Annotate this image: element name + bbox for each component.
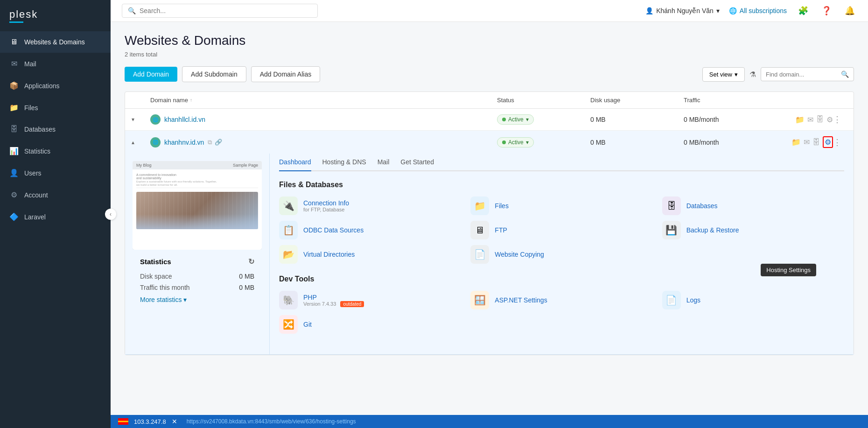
connection-info-name: Connection Info	[303, 199, 349, 207]
more-options-2[interactable]: ⋮	[833, 137, 847, 147]
add-subdomain-button[interactable]: Add Subdomain	[182, 66, 246, 82]
sidebar-item-files[interactable]: 📁 Files	[0, 97, 111, 119]
row-actions-1: 📁 ✉ 🗄 ⚙	[777, 115, 833, 124]
databases-icon: 🗄	[9, 125, 19, 133]
ftp-name: FTP	[495, 226, 507, 234]
sidebar-item-websites-domains[interactable]: 🖥 Websites & Domains	[0, 31, 111, 53]
connection-info-sub: for FTP, Database	[303, 207, 349, 212]
sidebar-item-mail[interactable]: ✉ Mail	[0, 53, 111, 75]
user-name: Khánh Nguyễn Văn	[656, 7, 714, 14]
refresh-icon[interactable]: ↻	[248, 257, 254, 266]
domain-icon-2: 🌐	[150, 137, 161, 147]
find-domain-box[interactable]: 🔍	[761, 67, 854, 81]
domain-detail-panel: Dashboard Hosting & DNS Mail Get Started…	[270, 154, 854, 354]
grid-item-odbc[interactable]: 📋 ODBC Data Sources	[279, 221, 461, 239]
filter-icon[interactable]: ⚗	[749, 70, 756, 79]
sidebar-item-statistics[interactable]: 📊 Statistics	[0, 140, 111, 162]
tab-dashboard[interactable]: Dashboard	[279, 154, 311, 171]
more-statistics-link[interactable]: More statistics ▾	[140, 296, 254, 303]
tab-hosting-dns[interactable]: Hosting & DNS	[322, 154, 366, 171]
php-icon: 🐘	[279, 291, 298, 309]
items-count: 2 items total	[125, 51, 854, 58]
add-domain-alias-button[interactable]: Add Domain Alias	[251, 66, 321, 82]
grid-item-logs[interactable]: 📄 Logs	[662, 291, 844, 309]
sidebar-item-laravel[interactable]: 🔷 Laravel	[0, 206, 111, 228]
extensions-button[interactable]: 🧩	[796, 4, 810, 18]
sidebar-collapse-button[interactable]: ‹	[105, 209, 116, 220]
close-bottom-bar-button[interactable]: ✕	[172, 418, 177, 425]
sidebar-item-users[interactable]: 👤 Users	[0, 162, 111, 184]
mail-action-icon-1[interactable]: ✉	[807, 115, 813, 124]
more-options-1[interactable]: ⋮	[833, 114, 847, 125]
applications-icon: 📦	[9, 81, 19, 90]
bottom-url: https://sv247008.bkdata.vn:8443/smb/web/…	[187, 418, 356, 425]
odbc-icon: 📋	[279, 221, 298, 239]
sidebar-item-databases[interactable]: 🗄 Databases	[0, 119, 111, 140]
settings-action-icon-1[interactable]: ⚙	[826, 115, 833, 124]
find-domain-input[interactable]	[766, 71, 837, 78]
link-icon[interactable]: 🔗	[215, 139, 222, 146]
grid-item-ftp[interactable]: 🖥 FTP	[470, 221, 652, 239]
grid-item-aspnet[interactable]: 🪟 ASP.NET Settings	[470, 291, 652, 309]
backup-restore-name: Backup & Restore	[686, 226, 739, 234]
hosting-settings-action-icon-2[interactable]: ⚙	[823, 136, 833, 148]
status-badge-2[interactable]: Active ▾	[497, 137, 534, 147]
status-badge-1[interactable]: Active ▾	[497, 114, 534, 125]
table-header: Domain name ↑ Status Disk usage Traffic	[125, 92, 854, 109]
domain-name-cell-2: 🌐 khanhnv.id.vn ⧉ 🔗	[150, 137, 497, 147]
folder-action-icon-1[interactable]: 📁	[795, 115, 805, 124]
user-info[interactable]: 👤 Khánh Nguyễn Văn ▾	[645, 7, 720, 14]
notification-button[interactable]: 🔔	[843, 4, 857, 18]
git-name: Git	[303, 321, 312, 328]
help-button[interactable]: ❓	[819, 4, 833, 18]
grid-item-php[interactable]: 🐘 PHP Version 7.4.33 outdated	[279, 291, 461, 309]
db-action-icon-1[interactable]: 🗄	[816, 115, 824, 124]
php-version: Version 7.4.33 outdated	[303, 301, 364, 307]
grid-item-files[interactable]: 📁 Files	[470, 196, 652, 215]
databases-name: Databases	[686, 202, 718, 210]
mail-action-icon-2[interactable]: ✉	[804, 138, 810, 147]
status-dot-1	[502, 118, 506, 121]
subscriptions-link[interactable]: 🌐 All subscriptions	[729, 7, 787, 14]
domain-name-cell-1: 🌐 khanhllcl.id.vn	[150, 114, 497, 125]
grid-item-website-copying[interactable]: 📄 Website Copying	[470, 245, 652, 264]
monitor-icon: 🖥	[9, 38, 19, 46]
sidebar: plesk 🖥 Websites & Domains ✉ Mail 📦 Appl…	[0, 0, 111, 428]
disk-usage-2: 0 MB	[590, 139, 684, 146]
domain-table: Domain name ↑ Status Disk usage Traffic …	[125, 91, 854, 355]
grid-item-connection-info[interactable]: 🔌 Connection Info for FTP, Database	[279, 196, 461, 215]
db-action-icon-2[interactable]: 🗄	[812, 138, 820, 147]
add-domain-button[interactable]: Add Domain	[125, 67, 177, 82]
set-view-button[interactable]: Set view ▾	[702, 67, 745, 82]
search-box[interactable]: 🔍	[122, 4, 318, 18]
folder-action-icon-2[interactable]: 📁	[791, 138, 801, 147]
grid-item-databases[interactable]: 🗄 Databases	[662, 196, 844, 215]
expand-row1-button[interactable]: ▾	[132, 116, 150, 123]
preview-browser-bar: My Blog Sample Page	[133, 161, 262, 169]
domain-copy-icons: ⧉ 🔗	[208, 139, 222, 146]
tab-get-started[interactable]: Get Started	[400, 154, 434, 171]
domain-row-2: ▴ 🌐 khanhnv.id.vn ⧉ 🔗 Active ▾	[125, 131, 854, 154]
expand-row2-button[interactable]: ▴	[132, 139, 150, 146]
tab-mail[interactable]: Mail	[378, 154, 390, 171]
search-icon: 🔍	[128, 7, 136, 14]
sidebar-item-account[interactable]: ⚙ Account	[0, 184, 111, 206]
status-dropdown-arrow-2: ▾	[526, 139, 529, 146]
topbar: 🔍 👤 Khánh Nguyễn Văn ▾ 🌐 All subscriptio…	[111, 0, 868, 22]
traffic-2: 0 MB/month	[684, 139, 777, 146]
toolbar-right: Set view ▾ ⚗ 🔍	[702, 67, 854, 82]
detail-tabs: Dashboard Hosting & DNS Mail Get Started	[279, 154, 844, 171]
grid-item-git[interactable]: 🔀 Git	[279, 315, 461, 334]
domain-name-header[interactable]: Domain name ↑	[150, 97, 497, 104]
grid-item-virtual-dirs[interactable]: 📂 Virtual Directories	[279, 245, 461, 264]
copy-icon[interactable]: ⧉	[208, 139, 212, 146]
domain-name-link-2[interactable]: khanhnv.id.vn	[164, 139, 204, 146]
stats-box: Statistics ↻ Disk space 0 MB Traffic thi…	[133, 250, 262, 311]
search-input[interactable]	[140, 7, 312, 14]
main-content: 🔍 👤 Khánh Nguyễn Văn ▾ 🌐 All subscriptio…	[111, 0, 868, 428]
website-copying-name: Website Copying	[495, 251, 544, 258]
domain-name-link-1[interactable]: khanhllcl.id.vn	[164, 116, 205, 123]
grid-item-backup-restore[interactable]: 💾 Backup & Restore	[662, 221, 844, 239]
aspnet-icon: 🪟	[470, 291, 489, 309]
sidebar-item-applications[interactable]: 📦 Applications	[0, 75, 111, 97]
